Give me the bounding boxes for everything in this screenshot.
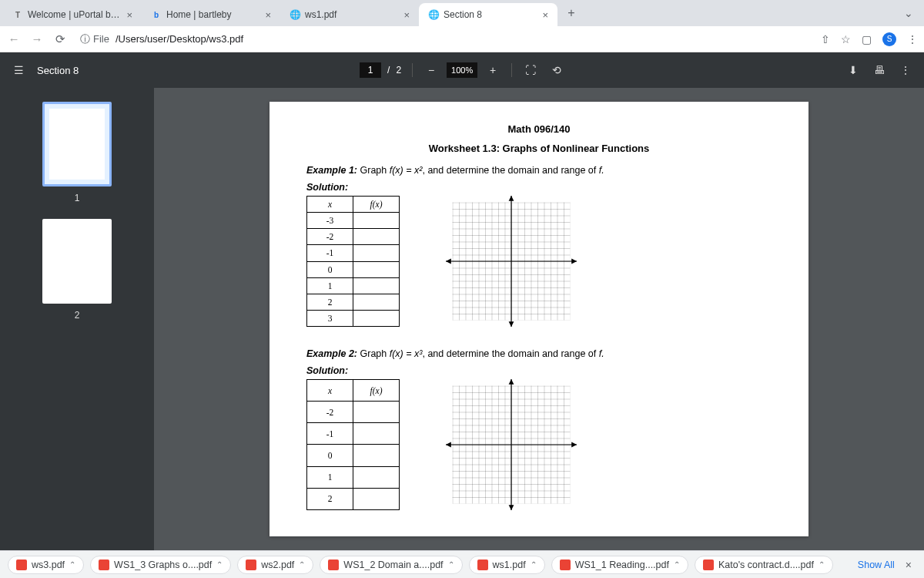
pdf-page: Math 096/140 Worksheet 1.3: Graphs of No… [270,102,808,536]
pdf-document-title: Section 8 [37,65,79,76]
globe-icon: 🌐 [290,9,300,20]
browser-tab-strip: T Welcome | uPortal by Apereo × b Home |… [0,0,924,26]
zoom-out-button[interactable]: − [424,62,439,78]
thumb-label: 2 [75,310,80,321]
kebab-menu-icon[interactable]: ⋮ [907,33,918,45]
tab-label: Welcome | uPortal by Apereo [28,9,122,20]
solution-label: Solution: [306,365,772,376]
chevron-up-icon[interactable]: ⌃ [448,560,454,569]
svg-marker-4 [509,321,514,327]
download-item[interactable]: Kato's contract.d....pdf⌃ [695,556,833,574]
print-icon[interactable]: 🖶 [872,62,887,78]
more-icon[interactable]: ⋮ [898,62,913,78]
close-icon[interactable]: × [542,9,548,21]
coordinate-grid-2 [446,379,577,510]
tab-section8[interactable]: 🌐 Section 8 × [419,3,557,26]
pdf-icon [16,560,27,570]
file-protocol-badge: ⓘFile [80,32,109,46]
favicon-icon: T [12,9,23,20]
share-icon[interactable]: ⇧ [821,33,830,45]
pdf-icon [477,560,488,570]
divider [511,63,512,77]
page-separator: / [387,65,390,76]
chevron-up-icon[interactable]: ⌃ [299,560,305,569]
download-icon[interactable]: ⬇ [845,62,861,78]
download-item[interactable]: WS1_3 Graphs o....pdf⌃ [90,556,231,574]
chevron-up-icon[interactable]: ⌃ [531,560,537,569]
solution-block-2: xf(x) -2 -1 0 1 2 [306,379,772,510]
reload-button[interactable]: ⟳ [52,32,68,47]
chevron-down-icon[interactable]: ⌄ [904,7,913,19]
tab-uportal[interactable]: T Welcome | uPortal by Apereo × [3,3,142,26]
new-tab-button[interactable]: + [561,2,582,24]
worksheet-heading: Worksheet 1.3: Graphs of Nonlinear Funct… [306,143,772,154]
favicon-icon: b [151,9,162,20]
download-item[interactable]: ws1.pdf⌃ [469,556,545,574]
svg-marker-12 [446,442,451,448]
forward-button[interactable]: → [29,32,45,47]
downloads-bar: ws3.pdf⌃ WS1_3 Graphs o....pdf⌃ ws2.pdf⌃… [0,550,924,578]
pdf-icon [99,560,109,570]
pdf-toolbar: ☰ Section 8 / 2 − + ⛶ ⟲ ⬇ 🖶 ⋮ [0,52,924,88]
download-item[interactable]: WS1_1 Reading....pdf⌃ [551,556,688,574]
divider [412,63,413,77]
back-button[interactable]: ← [6,32,22,47]
page-number-input[interactable] [360,62,381,78]
close-downloads-bar[interactable]: × [901,559,916,571]
download-item[interactable]: ws2.pdf⌃ [237,556,313,574]
svg-marker-13 [571,442,577,448]
tab-bartleby[interactable]: b Home | bartleby × [142,3,280,26]
fit-page-icon[interactable]: ⛶ [523,62,538,78]
tab-label: Home | bartleby [166,9,260,20]
download-item[interactable]: WS1_2 Domain a....pdf⌃ [320,556,462,574]
pdf-icon [328,560,339,570]
coordinate-grid-1 [446,196,577,327]
svg-marker-3 [509,196,514,201]
pdf-icon [703,560,714,570]
thumb-label: 1 [75,193,80,203]
address-bar: ← → ⟳ ⓘFile /Users/user/Desktop/ws3.pdf … [0,26,924,52]
course-heading: Math 096/140 [306,123,772,135]
zoom-level-input[interactable] [447,62,477,78]
download-item[interactable]: ws3.pdf⌃ [8,556,84,574]
solution-block-1: xf(x) -3 -2 -1 0 1 2 3 [306,196,772,327]
zoom-controls: − + [424,62,500,78]
example-2: Example 2: Graph f(x) = x³, and determin… [306,348,772,359]
rotate-icon[interactable]: ⟲ [549,62,564,78]
bookmark-icon[interactable]: ☆ [841,33,851,45]
tab-label: ws1.pdf [305,9,399,20]
url-field[interactable]: ⓘFile /Users/user/Desktop/ws3.pdf [75,32,813,46]
close-icon[interactable]: × [403,9,410,21]
page-controls: / 2 [360,62,401,78]
chevron-up-icon[interactable]: ⌃ [216,560,223,569]
thumbnail-panel: 1 2 [0,88,154,550]
page-thumbnail-2[interactable] [42,219,112,304]
value-table-1: xf(x) -3 -2 -1 0 1 2 3 [306,196,400,327]
pdf-icon [246,560,256,570]
example-1: Example 1: Graph f(x) = x², and determin… [306,165,772,176]
svg-marker-6 [571,259,577,264]
svg-marker-11 [509,505,514,510]
profile-avatar[interactable]: S [882,32,896,46]
pdf-viewer-body: 1 2 Math 096/140 Worksheet 1.3: Graphs o… [0,88,924,550]
solution-label: Solution: [306,182,772,193]
close-icon[interactable]: × [126,9,132,21]
page-thumbnail-1[interactable] [42,102,112,187]
tab-ws1[interactable]: 🌐 ws1.pdf × [280,3,419,26]
chevron-up-icon[interactable]: ⌃ [674,560,680,569]
window-controls: ⌄ [904,7,921,19]
tab-label: Section 8 [444,9,537,20]
show-all-downloads[interactable]: Show All [858,560,895,570]
menu-icon[interactable]: ☰ [11,62,26,78]
pdf-page-area[interactable]: Math 096/140 Worksheet 1.3: Graphs of No… [154,88,924,550]
close-icon[interactable]: × [265,9,271,21]
info-icon: ⓘ [80,32,90,46]
globe-icon: 🌐 [428,9,439,20]
chevron-up-icon[interactable]: ⌃ [69,560,75,569]
page-total: 2 [396,65,401,76]
side-panel-icon[interactable]: ▢ [862,33,872,45]
pdf-icon [560,560,571,570]
zoom-in-button[interactable]: + [485,62,500,78]
svg-marker-10 [509,379,514,385]
chevron-up-icon[interactable]: ⌃ [819,560,825,569]
